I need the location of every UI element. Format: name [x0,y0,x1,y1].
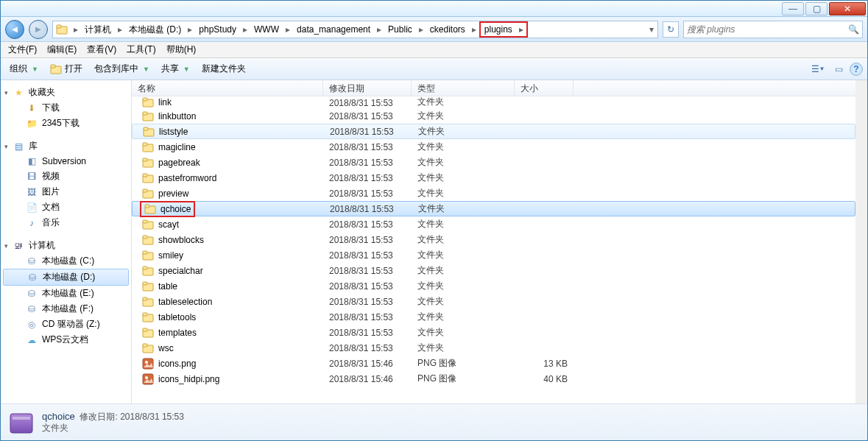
chevron-right-icon[interactable]: ▸ [374,21,384,38]
collapse-icon[interactable]: ▾ [2,89,10,96]
chevron-down-icon: ▼ [183,66,190,73]
menu-tools[interactable]: 工具(T) [122,42,160,57]
sidebar-item[interactable]: ⛁本地磁盘 (D:) [3,269,129,286]
view-mode-button[interactable]: ☰ ▼ [808,61,828,77]
breadcrumb-segment[interactable]: ckeditors▸ [426,21,479,38]
refresh-button[interactable]: ↻ [663,21,679,38]
organize-button[interactable]: 组织▼ [5,60,43,77]
file-row[interactable]: magicline2018/8/31 15:53文件夹 [132,139,855,155]
file-row[interactable]: liststyle2018/8/31 15:53文件夹 [132,124,855,139]
collapse-icon[interactable]: ▾ [2,143,10,150]
file-row[interactable]: pagebreak2018/8/31 15:53文件夹 [132,155,855,170]
col-size[interactable]: 大小 [515,80,574,96]
menu-edit[interactable]: 编辑(E) [43,42,81,57]
drive-icon: ⛁ [26,288,38,300]
video-icon: 🎞 [26,171,38,183]
breadcrumb-segment[interactable]: plugins▸ [479,21,528,38]
chevron-right-icon[interactable]: ▸ [115,21,125,38]
breadcrumb-dropdown[interactable]: ▾ [646,24,657,35]
chevron-right-icon[interactable]: ▸ [416,21,426,38]
forward-button[interactable]: ► [29,20,48,39]
sidebar-item[interactable]: ♪音乐 [1,215,131,230]
file-name: scayt [158,219,179,230]
file-type: 文件夹 [412,342,515,354]
breadcrumb-segment[interactable]: Public▸ [384,21,426,38]
file-date: 2018/8/31 15:53 [323,297,412,307]
breadcrumb[interactable]: ▸ 计算机▸本地磁盘 (D:)▸phpStudy▸WWW▸data_manage… [52,21,658,38]
menu-view[interactable]: 查看(V) [82,42,121,57]
back-button[interactable]: ◄ [5,20,24,39]
file-row[interactable]: table2018/8/31 15:53文件夹 [132,278,855,294]
file-row[interactable]: tableselection2018/8/31 15:53文件夹 [132,294,855,309]
drive-icon: ⛁ [26,255,38,267]
sidebar-item[interactable]: ⛁本地磁盘 (E:) [1,286,131,301]
close-button[interactable]: ✕ [829,2,866,15]
file-row[interactable]: templates2018/8/31 15:53文件夹 [132,325,855,340]
file-date: 2018/8/31 15:46 [323,374,412,384]
help-button[interactable]: ? [850,63,863,76]
breadcrumb-segment[interactable]: 本地磁盘 (D:)▸ [125,21,195,38]
file-row[interactable]: tabletools2018/8/31 15:53文件夹 [132,309,855,325]
include-button[interactable]: 包含到库中▼ [90,60,154,77]
file-row[interactable]: icons_hidpi.png2018/8/31 15:46PNG 图像40 K… [132,371,855,387]
file-row[interactable]: showblocks2018/8/31 15:53文件夹 [132,232,855,247]
sidebar-item[interactable]: ⬇下载 [1,100,131,116]
scrollbar[interactable] [855,80,867,403]
image-file-icon [142,358,154,370]
file-row[interactable]: qchoice2018/8/31 15:53文件夹 [132,201,855,216]
sidebar-item[interactable]: ⛁本地磁盘 (F:) [1,301,131,317]
breadcrumb-segment[interactable]: phpStudy▸ [195,21,250,38]
chevron-right-icon[interactable]: ▸ [283,21,293,38]
file-row[interactable]: icons.png2018/8/31 15:46PNG 图像13 KB [132,356,855,371]
chevron-right-icon[interactable]: ▸ [469,21,479,38]
search-box[interactable]: 🔍 [683,21,863,38]
preview-pane-button[interactable]: ▭ [829,61,848,77]
minimize-button[interactable]: — [782,2,804,15]
sidebar-item[interactable]: ☁WPS云文档 [1,332,131,347]
file-name: table [158,281,177,292]
sidebar-item[interactable]: ◧Subversion [1,154,131,169]
file-row[interactable]: smiley2018/8/31 15:53文件夹 [132,247,855,263]
menu-help[interactable]: 帮助(H) [162,42,201,57]
chevron-right-icon[interactable]: ▸ [516,21,526,38]
breadcrumb-segment[interactable]: WWW▸ [250,21,293,38]
file-row[interactable]: preview2018/8/31 15:53文件夹 [132,186,855,201]
sidebar-group-favorites[interactable]: ▾ ★ 收藏夹 [1,83,131,100]
sidebar-group-library[interactable]: ▾ ▤ 库 [1,137,131,154]
sidebar-item[interactable]: ◎CD 驱动器 (Z:) [1,317,131,332]
col-type[interactable]: 类型 [412,80,515,96]
newfolder-button[interactable]: 新建文件夹 [197,60,250,77]
file-row[interactable]: wsc2018/8/31 15:53文件夹 [132,340,855,356]
file-name: magicline [158,142,196,152]
file-row[interactable]: linkbutton2018/8/31 15:53文件夹 [132,108,855,124]
search-icon: 🔍 [848,24,859,35]
breadcrumb-segment[interactable]: data_management▸ [293,21,384,38]
sidebar-item[interactable]: 📄文档 [1,200,131,215]
file-row[interactable]: link2018/8/31 15:53文件夹 [132,96,855,108]
status-text: qchoice 修改日期: 2018/8/31 15:53 文件夹 [42,411,184,434]
sidebar-item[interactable]: 🖼图片 [1,184,131,200]
file-date: 2018/8/31 15:53 [323,142,412,152]
file-row[interactable]: specialchar2018/8/31 15:53文件夹 [132,263,855,278]
collapse-icon[interactable]: ▾ [2,242,10,250]
chevron-right-icon[interactable]: ▸ [185,21,195,38]
sidebar-item[interactable]: ⛁本地磁盘 (C:) [1,253,131,269]
col-date[interactable]: 修改日期 [323,80,412,96]
menu-file[interactable]: 文件(F) [4,42,41,57]
open-button[interactable]: 打开 [46,60,87,77]
file-row[interactable]: pastefromword2018/8/31 15:53文件夹 [132,170,855,186]
sidebar-group-computer[interactable]: ▾ 🖳 计算机 [1,236,131,253]
share-button[interactable]: 共享▼ [157,60,194,77]
file-row[interactable]: scayt2018/8/31 15:53文件夹 [132,216,855,232]
file-type: 文件夹 [412,187,515,200]
chevron-right-icon[interactable]: ▸ [240,21,250,38]
sidebar-item[interactable]: 🎞视频 [1,169,131,184]
folder-icon [142,296,154,308]
chevron-right-icon[interactable]: ▸ [71,21,81,38]
folder-icon [142,327,154,339]
maximize-button[interactable]: ▢ [805,2,828,15]
search-input[interactable] [687,24,848,35]
sidebar-item[interactable]: 📁2345下载 [1,116,131,131]
breadcrumb-segment[interactable]: 计算机▸ [81,21,125,38]
col-name[interactable]: 名称 [132,80,323,96]
